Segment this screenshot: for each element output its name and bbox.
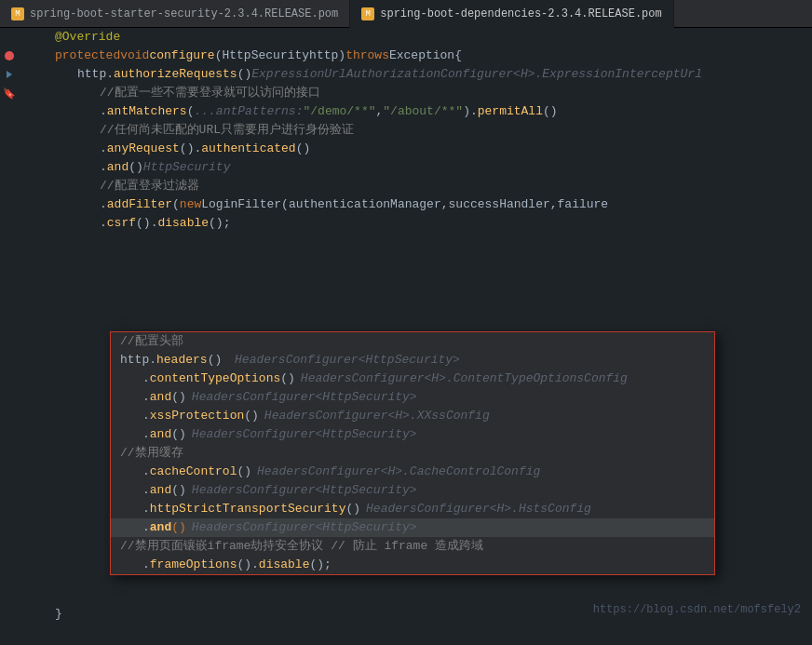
popup-row-4[interactable]: .and() HeadersConfigurer<HttpSecurity> [111,388,714,407]
kw-throws: throws [345,47,389,65]
line-num-22 [20,419,44,437]
ind-15 [0,289,19,307]
hint-authorize: ExpressionUrlAuthorizationConfigurer<H>.… [251,65,702,84]
ind-16 [0,307,19,326]
popup-comment-12: //禁用页面镶嵌iframe劫持安全协议 // 防止 iframe 造成跨域 [120,537,483,556]
param-http: http [309,47,338,65]
chain-dot-11: . [100,214,107,233]
line-num-27 [20,512,44,531]
chain-dot-10: . [100,195,107,214]
comment-2: //任何尚未匹配的URL只需要用户进行身份验证 [100,121,354,140]
code-line-2: protected void configure ( HttpSecurity … [51,47,812,65]
popup-row-1[interactable]: //配置头部 [111,332,714,351]
line-num-12 [20,233,44,251]
comma-10b: , [550,195,558,214]
parens-7a: (). [180,140,201,158]
hint-and-8: HttpSecurity [143,158,231,177]
code-line-filler-5 [51,307,812,326]
ind-27 [0,512,19,531]
paren-close: ) [338,47,345,65]
popup-row-13[interactable]: .frameOptions().disable(); [111,556,714,574]
method-authenticated: authenticated [201,140,295,158]
watermark: https://blog.csdn.net/mofsfely2 [593,603,801,616]
method-antmatchers: antMatchers [107,102,187,121]
brace-close: } [55,605,62,624]
tab-pom2[interactable]: M spring-boot-dependencies-2.3.4.RELEASE… [350,0,673,28]
method-addfilter: addFilter [107,195,172,214]
line-num-20 [20,382,44,400]
param-authmgr: authenticationManager [289,195,441,214]
string-demo: "/demo/**" [303,102,375,121]
code-line-3: http. authorizeRequests () ExpressionUrl… [51,65,812,84]
line-num-29 [20,549,44,568]
indicator-arrow [0,65,19,84]
parens-7b: () [296,140,311,158]
tab-label-1: spring-boot-starter-security-2.3.4.RELEA… [30,7,338,20]
parens-11a: (). [136,214,157,233]
ind-5 [0,102,19,121]
code-line-5: . antMatchers ( ...antPatterns: "/demo/*… [51,102,812,121]
line-num-21 [20,400,44,419]
var-http-3: http. [77,65,114,84]
popup-row-9[interactable]: .and() HeadersConfigurer<HttpSecurity> [111,481,714,500]
paren-10b: ( [281,195,289,214]
popup-comment-1: //配置头部 [120,332,183,351]
execution-arrow [7,71,12,78]
popup-row-8[interactable]: .cacheControl() HeadersConfigurer<H>.Cac… [111,463,714,481]
popup-comment-7: //禁用缓存 [120,444,183,463]
param-failure: failure [558,195,609,214]
method-anyrequest: anyRequest [107,140,180,158]
type-httpsecurity: HttpSecurity [222,47,309,65]
comment-3: //配置登录过滤器 [100,177,199,195]
code-line-filler-2 [51,251,812,270]
tab-pom1[interactable]: M spring-boot-starter-security-2.3.4.REL… [0,0,350,28]
line-num-14 [20,270,44,289]
ind-23 [0,437,19,456]
popup-row-5[interactable]: .xssProtection() HeadersConfigurer<H>.XX… [111,407,714,425]
line-num-32 [20,605,44,624]
indicator-2 [0,47,19,65]
paren-close-5: ). [463,102,478,121]
indicator-1 [0,28,19,47]
popup-row-12[interactable]: //禁用页面镶嵌iframe劫持安全协议 // 防止 iframe 造成跨域 [111,537,714,556]
line-num-3 [20,65,44,84]
ind-19 [0,363,19,382]
code-line-4: //配置一些不需要登录就可以访问的接口 [51,84,812,102]
hint-ant: ...antPatterns: [194,102,303,121]
code-line-filler-3 [51,270,812,289]
ind-10 [0,195,19,214]
annotation-override: @Override [55,28,120,47]
code-line-10: . addFilter ( new LoginFilter ( authenti… [51,195,812,214]
popup-row-3[interactable]: .contentTypeOptions() HeadersConfigurer<… [111,370,714,388]
line-num-23 [20,437,44,456]
string-about: "/about/**" [383,102,463,121]
kw-protected: protected [55,47,120,65]
debug-breakpoint[interactable] [5,51,14,60]
popup-row-11[interactable]: .and() HeadersConfigurer<HttpSecurity> [111,518,714,537]
class-loginfilter: LoginFilter [201,195,281,214]
param-success: successHandler [449,195,550,214]
paren-10a: ( [172,195,180,214]
pom-icon-2: M [361,7,374,20]
ind-17 [0,326,19,344]
line-num-25 [20,475,44,493]
ind-20 [0,382,19,400]
kw-new: new [180,195,201,214]
tab-bar: M spring-boot-starter-security-2.3.4.REL… [0,0,812,28]
ind-28 [0,531,19,549]
line-num-7 [20,140,44,158]
line-num-11 [20,214,44,233]
ind-14 [0,270,19,289]
line-num-6 [20,121,44,140]
method-permitall: permitAll [478,102,543,121]
popup-row-10[interactable]: .httpStrictTransportSecurity() HeadersCo… [111,500,714,518]
method-authorize: authorizeRequests [114,65,237,84]
line-num-15 [20,289,44,307]
popup-row-7[interactable]: //禁用缓存 [111,444,714,463]
popup-row-6[interactable]: .and() HeadersConfigurer<HttpSecurity> [111,425,714,444]
popup-row-2[interactable]: http.headers() HeadersConfigurer<HttpSec… [111,351,714,370]
ind-12 [0,233,19,251]
line-num-30 [20,568,44,586]
line-num-5 [20,102,44,121]
chain-dot-8: . [100,158,107,177]
